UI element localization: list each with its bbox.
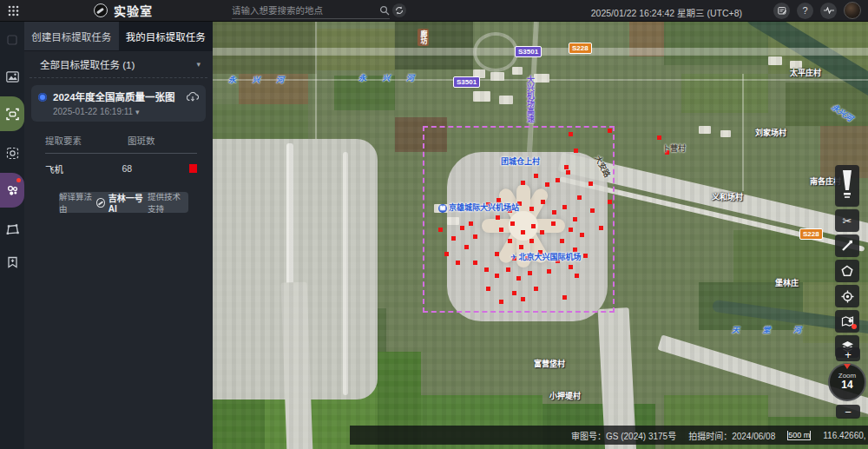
detection-marker[interactable] bbox=[444, 252, 449, 256]
detection-marker[interactable] bbox=[540, 230, 544, 234]
detection-marker[interactable] bbox=[512, 291, 516, 295]
road-shield: S228 bbox=[569, 43, 592, 54]
detection-marker[interactable] bbox=[599, 226, 603, 230]
focus-scan-icon[interactable] bbox=[0, 138, 24, 168]
scale-bar: 500 m bbox=[787, 431, 811, 440]
detection-marker[interactable] bbox=[499, 228, 503, 232]
zoom-dial[interactable]: Zoom 14 bbox=[828, 363, 866, 401]
detection-marker[interactable] bbox=[608, 200, 612, 204]
map-label: 大兴机场高速 bbox=[525, 76, 536, 122]
detection-marker[interactable] bbox=[590, 208, 595, 213]
tab-my-tasks[interactable]: 我的目标提取任务 bbox=[119, 22, 214, 51]
detection-marker[interactable] bbox=[573, 217, 577, 221]
detection-marker[interactable] bbox=[499, 300, 503, 304]
clip-scissors-icon[interactable]: ✂ bbox=[835, 209, 859, 232]
detection-marker[interactable] bbox=[496, 215, 500, 220]
detection-marker[interactable] bbox=[495, 274, 499, 278]
metro-icon: M bbox=[438, 204, 447, 213]
map-label: 天 堂 河 bbox=[732, 324, 812, 335]
polygon-tool-icon[interactable] bbox=[0, 215, 24, 244]
detection-marker[interactable] bbox=[562, 295, 567, 300]
detection-marker[interactable] bbox=[531, 224, 536, 228]
search-input[interactable] bbox=[232, 5, 379, 16]
detection-marker[interactable] bbox=[569, 132, 573, 136]
detection-marker[interactable] bbox=[456, 261, 460, 265]
locate-icon[interactable] bbox=[835, 285, 859, 307]
detection-marker[interactable] bbox=[547, 269, 551, 274]
zoom-out-button[interactable]: − bbox=[836, 405, 860, 419]
bookmark-add-icon[interactable] bbox=[0, 248, 24, 277]
detection-marker[interactable] bbox=[486, 287, 490, 291]
detection-marker[interactable] bbox=[473, 234, 477, 239]
image-icon[interactable] bbox=[0, 62, 24, 91]
detection-marker[interactable] bbox=[521, 230, 525, 234]
detection-marker[interactable] bbox=[484, 267, 489, 272]
detection-marker[interactable] bbox=[551, 221, 556, 226]
tab-create-task[interactable]: 创建目标提取任务 bbox=[24, 22, 119, 51]
detection-marker[interactable] bbox=[521, 297, 525, 301]
app-dim-icon[interactable] bbox=[0, 25, 24, 55]
detection-marker[interactable] bbox=[564, 165, 569, 169]
detection-marker[interactable] bbox=[566, 170, 570, 175]
sync-icon[interactable] bbox=[392, 3, 406, 17]
detection-marker[interactable] bbox=[552, 210, 556, 215]
task-radio[interactable] bbox=[38, 93, 47, 102]
detection-marker[interactable] bbox=[451, 236, 456, 241]
activity-icon[interactable] bbox=[820, 3, 837, 19]
detection-marker[interactable] bbox=[545, 182, 549, 187]
detection-marker[interactable] bbox=[560, 239, 564, 243]
detection-marker[interactable] bbox=[529, 207, 534, 211]
capture-value: 2024/06/08 bbox=[732, 432, 775, 441]
detection-marker[interactable] bbox=[589, 182, 593, 186]
download-cloud-icon[interactable] bbox=[187, 92, 199, 102]
apps-grid-icon[interactable] bbox=[0, 5, 26, 17]
detection-marker[interactable] bbox=[473, 261, 477, 265]
detection-marker[interactable] bbox=[519, 245, 523, 249]
detection-marker[interactable] bbox=[529, 239, 534, 243]
detection-marker[interactable] bbox=[574, 149, 578, 153]
task-timestamp-row[interactable]: 2025-01-22 16:19:11 ▾ bbox=[53, 107, 199, 116]
map-label: 团城仓上村 bbox=[501, 155, 540, 167]
search-icon[interactable] bbox=[379, 5, 390, 16]
detection-marker[interactable] bbox=[438, 228, 443, 232]
detection-marker[interactable] bbox=[583, 254, 588, 258]
detection-marker[interactable] bbox=[562, 205, 567, 209]
annotate-pin-icon[interactable] bbox=[835, 310, 859, 333]
detection-marker[interactable] bbox=[541, 200, 545, 204]
measure-icon[interactable] bbox=[835, 165, 859, 207]
map-label: ✈北京大兴国际机场 bbox=[510, 251, 582, 262]
detection-marker[interactable] bbox=[556, 178, 560, 182]
task-card[interactable]: 2024年度全国高质量一张图 2025-01-22 16:19:11 ▾ bbox=[31, 85, 206, 122]
detection-marker[interactable] bbox=[577, 195, 582, 200]
detection-marker[interactable] bbox=[569, 228, 573, 232]
all-tasks-dropdown[interactable]: 全部目标提取任务 (1) ▾ bbox=[24, 51, 213, 77]
detection-marker[interactable] bbox=[575, 274, 579, 278]
detection-marker[interactable] bbox=[508, 239, 512, 243]
draw-line-icon[interactable] bbox=[835, 234, 859, 257]
detection-marker[interactable] bbox=[469, 221, 473, 226]
cluster-classify-icon[interactable] bbox=[0, 173, 24, 208]
task-detail: 提取要素 图斑数 飞机 68 解译算法由 吉林一号AI 提供技术支持 bbox=[24, 122, 213, 213]
detection-marker[interactable] bbox=[510, 221, 515, 226]
detection-marker[interactable] bbox=[464, 245, 469, 249]
zoom-in-button[interactable]: + bbox=[836, 347, 860, 361]
detection-marker[interactable] bbox=[534, 174, 538, 178]
map-canvas[interactable]: 太平庄村刘家场村南各庄村义和场村卜营村团城仓上村M京雄城际大兴机场站✈北京大兴国… bbox=[213, 22, 868, 449]
table-row[interactable]: 飞机 68 bbox=[45, 159, 197, 178]
detection-marker[interactable] bbox=[506, 267, 510, 272]
detection-marker[interactable] bbox=[495, 252, 499, 256]
detection-marker[interactable] bbox=[528, 271, 532, 275]
detection-marker[interactable] bbox=[580, 233, 584, 237]
notes-icon[interactable] bbox=[773, 3, 790, 19]
detection-marker[interactable] bbox=[608, 129, 612, 133]
help-icon[interactable]: ? bbox=[797, 3, 813, 19]
avatar[interactable] bbox=[844, 2, 861, 19]
detection-marker[interactable] bbox=[657, 135, 661, 140]
detection-marker[interactable] bbox=[516, 276, 521, 281]
draw-polygon-icon[interactable] bbox=[835, 260, 859, 282]
target-extract-icon[interactable] bbox=[0, 96, 24, 131]
detection-marker[interactable] bbox=[460, 226, 464, 230]
detection-marker[interactable] bbox=[569, 265, 573, 269]
detection-marker[interactable] bbox=[534, 287, 538, 291]
detection-marker[interactable] bbox=[521, 181, 525, 185]
